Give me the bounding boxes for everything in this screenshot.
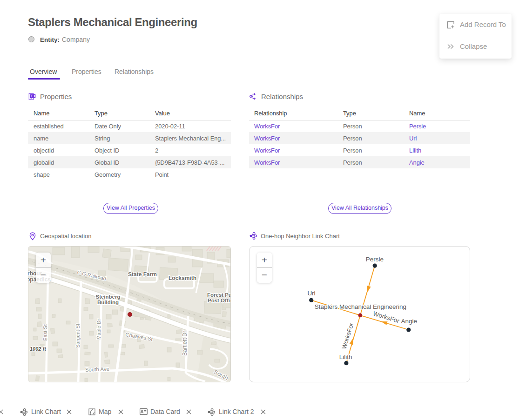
- svg-text:Lilith: Lilith: [339, 353, 352, 360]
- svg-text:Post Offic: Post Offic: [208, 298, 231, 303]
- svg-text:Locksmith: Locksmith: [169, 275, 196, 281]
- svg-text:Staplers Mechanical Engineerin: Staplers Mechanical Engineering: [315, 303, 406, 310]
- svg-text:Persie: Persie: [366, 256, 384, 263]
- svg-text:Steinberg: Steinberg: [95, 294, 120, 300]
- svg-text:East St: East St: [42, 324, 48, 340]
- svg-text:State Farm: State Farm: [128, 271, 157, 278]
- svg-text:WorksFor: WorksFor: [340, 322, 355, 350]
- svg-text:South Ave: South Ave: [85, 366, 110, 373]
- svg-text:Angie: Angie: [401, 318, 417, 325]
- svg-text:Bartlett Dr: Bartlett Dr: [182, 331, 188, 356]
- svg-text:1002 ft: 1002 ft: [30, 346, 47, 352]
- svg-text:Forest Par: Forest Par: [207, 292, 231, 298]
- svg-text:Building: Building: [97, 300, 119, 305]
- svg-text:Maple Dr: Maple Dr: [96, 319, 101, 340]
- svg-text:Uri: Uri: [307, 290, 315, 297]
- svg-text:Sargent St: Sargent St: [75, 324, 81, 348]
